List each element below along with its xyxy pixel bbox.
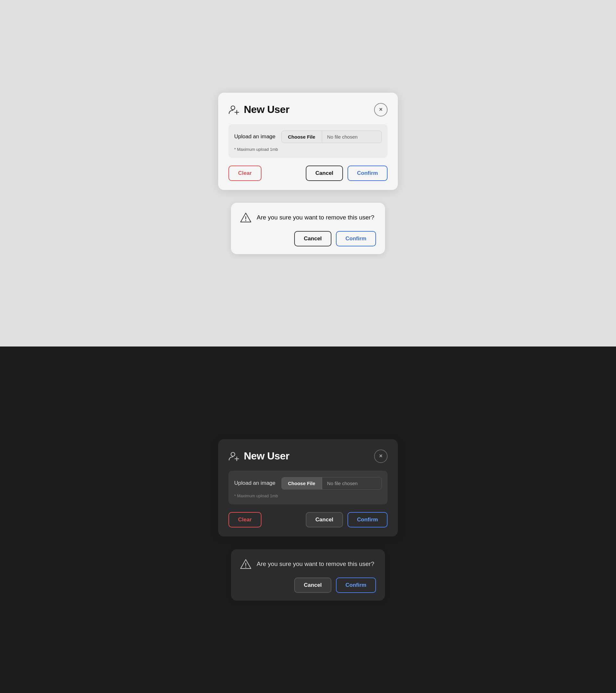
confirm-buttons-dark: Cancel Confirm [240,577,376,593]
choose-file-button-dark[interactable]: Choose File [282,477,322,489]
confirm-buttons-light: Cancel Confirm [240,231,376,246]
confirm-cancel-button-light[interactable]: Cancel [294,231,332,246]
modal-title-dark: New User [244,450,290,462]
upload-section-dark: Upload an image Choose File No file chos… [228,471,388,504]
upload-label-light: Upload an image [234,134,276,140]
confirm-dialog-dark: Are you sure you want to remove this use… [231,549,385,600]
cancel-button-dark[interactable]: Cancel [306,512,343,528]
clear-button-dark[interactable]: Clear [228,512,261,528]
cancel-button-light[interactable]: Cancel [306,165,343,181]
confirm-question-text-light: Are you sure you want to remove this use… [257,214,374,221]
modal-header-dark: New User × [228,450,388,463]
confirm-cancel-button-dark[interactable]: Cancel [294,577,332,593]
file-input-group-light: Choose File No file chosen [281,131,382,143]
upload-label-dark: Upload an image [234,480,276,487]
confirm-question-text-dark: Are you sure you want to remove this use… [257,560,374,568]
confirm-confirm-button-light[interactable]: Confirm [336,231,376,246]
close-button-dark[interactable]: × [374,450,388,463]
modal-title-light: New User [244,104,290,116]
confirm-button-light[interactable]: Confirm [347,165,388,181]
no-file-text-light: No file chosen [322,131,381,143]
user-plus-icon-dark [228,451,240,462]
confirm-confirm-button-dark[interactable]: Confirm [336,577,376,593]
svg-point-5 [231,452,235,456]
action-row-dark: Clear Cancel Confirm [228,512,388,528]
action-row-light: Clear Cancel Confirm [228,165,388,181]
confirm-question-row-light: Are you sure you want to remove this use… [240,212,376,223]
modal-title-group-dark: New User [228,450,290,462]
action-right-dark: Cancel Confirm [306,512,388,528]
svg-point-4 [245,220,246,221]
modal-title-group-light: New User [228,104,290,116]
choose-file-button-light[interactable]: Choose File [282,131,322,143]
new-user-modal-light: New User × Upload an image Choose File N… [218,93,398,190]
upload-hint-dark: * Maximum upload 1mb [234,493,278,498]
new-user-modal-dark: New User × Upload an image Choose File N… [218,439,398,536]
light-section: New User × Upload an image Choose File N… [0,0,616,346]
upload-row-light: Upload an image Choose File No file chos… [234,131,382,143]
confirm-question-row-dark: Are you sure you want to remove this use… [240,558,376,570]
confirm-dialog-light: Are you sure you want to remove this use… [231,203,385,254]
svg-point-9 [245,567,246,568]
close-button-light[interactable]: × [374,103,388,117]
warning-icon-light [240,212,252,223]
upload-row-dark: Upload an image Choose File No file chos… [234,477,382,490]
file-input-group-dark: Choose File No file chosen [281,477,382,490]
upload-section-light: Upload an image Choose File No file chos… [228,124,388,158]
modal-header-light: New User × [228,103,388,117]
confirm-button-dark[interactable]: Confirm [347,512,388,528]
warning-icon-dark [240,558,252,570]
upload-hint-light: * Maximum upload 1mb [234,147,278,152]
clear-button-light[interactable]: Clear [228,165,261,181]
svg-point-0 [231,106,235,110]
no-file-text-dark: No file chosen [322,477,381,489]
action-right-light: Cancel Confirm [306,165,388,181]
user-plus-icon-light [228,104,240,116]
dark-section: New User × Upload an image Choose File N… [0,346,616,693]
